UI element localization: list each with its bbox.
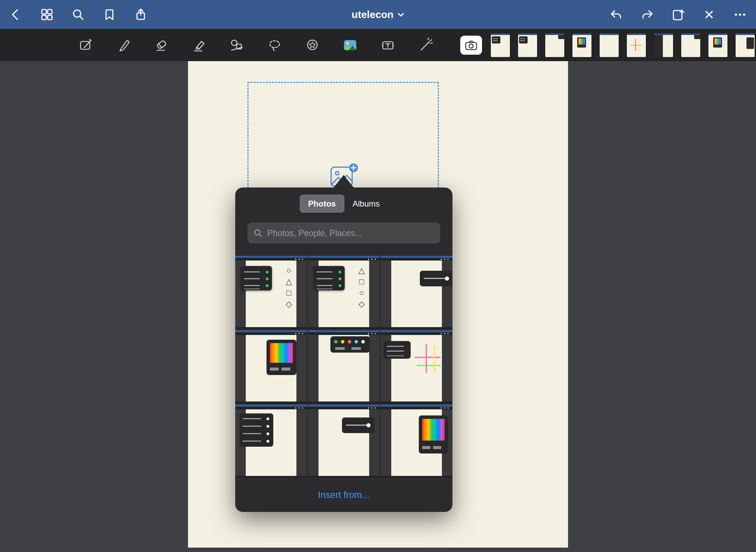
highlighter-icon xyxy=(192,38,207,53)
page-thumbnail[interactable] xyxy=(627,33,646,57)
close-button[interactable] xyxy=(702,7,717,22)
thumbnails-view-button[interactable] xyxy=(39,7,54,22)
insert-from-button[interactable]: Insert from... xyxy=(316,489,372,501)
tool-elements[interactable] xyxy=(305,38,320,53)
page-thumbnail[interactable] xyxy=(491,33,510,57)
more-button[interactable] xyxy=(733,7,748,22)
mini-decoration xyxy=(381,256,452,329)
page-thumbnail[interactable] xyxy=(518,33,537,57)
bookmark-icon xyxy=(103,8,116,21)
share-button[interactable] xyxy=(133,7,148,22)
nav-right-group xyxy=(609,7,756,22)
tab-bar: Photos Albums xyxy=(300,195,388,213)
search-icon xyxy=(254,229,262,237)
undo-icon xyxy=(609,8,623,21)
bookmark-button[interactable] xyxy=(102,7,117,22)
image-tool-icon xyxy=(344,40,356,50)
mini-decoration xyxy=(308,256,380,329)
tool-lasso[interactable] xyxy=(267,38,282,53)
photo-thumbnail[interactable] xyxy=(235,256,307,329)
share-icon xyxy=(134,8,148,21)
shapes-icon xyxy=(229,38,244,53)
close-icon xyxy=(702,8,716,21)
photos-popover: Photos Albums xyxy=(235,188,452,512)
photo-thumbnail[interactable] xyxy=(235,405,307,478)
star-circle-icon xyxy=(305,38,320,53)
search-icon xyxy=(71,8,85,21)
photo-grid xyxy=(235,256,452,478)
page-thumbnail[interactable] xyxy=(545,33,564,57)
photo-thumbnail[interactable] xyxy=(381,405,452,478)
add-page-icon xyxy=(671,8,685,21)
photo-thumbnail[interactable] xyxy=(235,330,307,404)
laser-pointer-icon xyxy=(418,38,433,53)
search-field[interactable] xyxy=(247,222,440,244)
mini-decoration xyxy=(235,330,307,404)
page-thumbnail[interactable] xyxy=(600,33,619,57)
add-page-button[interactable] xyxy=(671,7,686,22)
document-title-text: utelecon xyxy=(351,9,393,20)
back-button[interactable] xyxy=(8,7,23,22)
zoom-writing-tool-icon xyxy=(79,38,93,53)
tool-highlighter[interactable] xyxy=(192,38,207,53)
lasso-icon xyxy=(267,38,282,53)
popover-arrow xyxy=(333,175,354,188)
mini-decoration xyxy=(381,330,452,404)
tool-eraser[interactable] xyxy=(154,38,169,53)
photo-thumbnail[interactable] xyxy=(308,256,380,329)
tool-laser-pointer[interactable] xyxy=(418,38,433,53)
tool-pen[interactable] xyxy=(116,38,131,53)
redo-icon xyxy=(640,8,654,21)
page-thumbnail[interactable] xyxy=(736,33,755,57)
page-thumbnails xyxy=(491,29,756,61)
popover-body: Photos Albums xyxy=(235,188,452,512)
undo-button[interactable] xyxy=(609,7,624,22)
back-icon xyxy=(9,8,22,21)
tool-shapes[interactable] xyxy=(229,38,244,53)
nav-left-group xyxy=(0,7,148,22)
insert-bar: Insert from... xyxy=(235,478,452,512)
camera-button[interactable] xyxy=(460,36,482,55)
tab-albums[interactable]: Albums xyxy=(344,195,388,213)
photo-thumbnail[interactable] xyxy=(308,405,380,478)
navigation-bar: utelecon xyxy=(0,0,756,29)
app-window: utelecon xyxy=(0,0,756,552)
chevron-down-icon xyxy=(398,12,405,17)
search-input[interactable] xyxy=(267,228,434,238)
eraser-icon xyxy=(154,38,169,53)
mini-decoration xyxy=(308,330,380,404)
page-thumbnail[interactable] xyxy=(654,33,673,57)
mountain-icon xyxy=(347,46,356,50)
search-button[interactable] xyxy=(71,7,86,22)
photo-thumbnail[interactable] xyxy=(381,330,452,404)
text-box-icon xyxy=(380,38,395,53)
document-title[interactable]: utelecon xyxy=(349,0,406,29)
redo-button[interactable] xyxy=(640,7,655,22)
tool-bar xyxy=(0,29,756,61)
tool-text[interactable] xyxy=(380,38,395,53)
mini-decoration xyxy=(381,405,452,478)
tab-photos[interactable]: Photos xyxy=(300,195,344,213)
page-thumbnail[interactable] xyxy=(572,33,591,57)
page-thumbnail[interactable] xyxy=(681,33,700,57)
camera-icon xyxy=(465,40,478,51)
page-thumbnail[interactable] xyxy=(708,33,727,57)
sun-icon xyxy=(346,42,349,45)
tool-image[interactable] xyxy=(343,38,358,53)
mini-decoration xyxy=(308,405,380,478)
mini-decoration xyxy=(235,405,307,478)
mini-decoration xyxy=(235,256,307,329)
tools-group xyxy=(79,38,433,53)
more-icon xyxy=(733,8,747,21)
pen-icon xyxy=(116,38,131,53)
grid-view-icon xyxy=(40,8,54,21)
photo-thumbnail[interactable] xyxy=(381,256,452,329)
tool-zoom-writing[interactable] xyxy=(79,38,93,53)
photo-thumbnail[interactable] xyxy=(308,330,380,404)
